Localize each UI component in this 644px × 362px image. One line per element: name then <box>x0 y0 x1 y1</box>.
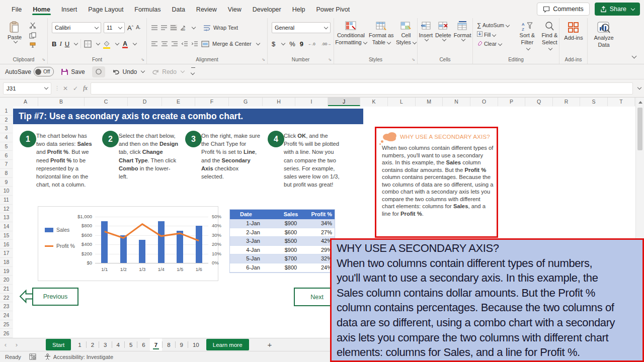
menu-home[interactable]: Home <box>27 1 56 18</box>
row-header-19[interactable]: 19 <box>0 267 13 276</box>
paste-button[interactable]: Paste <box>5 21 25 43</box>
sheet-tab-7[interactable]: 7 <box>150 338 162 351</box>
add-ins-button[interactable]: Add-ins <box>563 22 584 41</box>
font-size-select[interactable]: 11 <box>104 22 125 33</box>
decrease-decimal-icon[interactable]: .00→ <box>321 41 331 47</box>
row-header-22[interactable]: 22 <box>0 294 13 303</box>
column-header-S[interactable]: S <box>580 98 608 106</box>
delete-cells-button[interactable]: Delete <box>435 21 451 41</box>
styles-dialog-launcher-icon[interactable]: ⇘ <box>412 58 415 62</box>
table-cell[interactable]: $800 <box>276 263 305 272</box>
table-cell[interactable]: 4-Jan <box>230 246 276 254</box>
wrap-text-label[interactable]: Wrap Text <box>213 25 238 31</box>
scrollbar-thumb[interactable] <box>637 108 642 150</box>
sheet-tab-10[interactable]: 10 <box>188 338 204 351</box>
table-cell[interactable]: $500 <box>276 237 305 245</box>
menu-data[interactable]: Data <box>166 1 190 18</box>
number-dialog-launcher-icon[interactable]: ⇘ <box>328 58 332 62</box>
menu-formulas[interactable]: Formulas <box>129 1 166 18</box>
undo-button[interactable]: Undo <box>112 68 145 75</box>
underline-button[interactable]: U <box>65 40 69 48</box>
percent-format-icon[interactable]: % <box>289 40 295 48</box>
column-header-P[interactable]: P <box>498 98 525 106</box>
row-header-23[interactable]: 23 <box>0 302 13 311</box>
menu-view[interactable]: View <box>222 1 247 18</box>
merge-center-icon[interactable] <box>201 41 209 47</box>
column-header-E[interactable]: E <box>162 98 195 106</box>
row-header-18[interactable]: 18 <box>0 258 13 267</box>
row-header-20[interactable]: 20 <box>0 276 13 285</box>
cut-icon[interactable] <box>29 22 37 29</box>
menu-page-layout[interactable]: Page Layout <box>83 1 129 18</box>
borders-icon[interactable] <box>84 40 92 48</box>
decrease-font-size-icon[interactable]: Aˇ <box>136 24 141 31</box>
sheet-tab-4[interactable]: 4 <box>112 338 124 351</box>
macro-record-icon[interactable] <box>29 353 36 360</box>
cancel-icon[interactable]: ✕ <box>63 85 68 92</box>
row-header-5[interactable]: 5 <box>0 142 13 151</box>
italic-button[interactable]: I <box>59 40 61 48</box>
formula-input[interactable] <box>91 82 633 95</box>
sheet-tab-learn-more[interactable]: Learn more <box>206 339 249 350</box>
row-header-11[interactable]: 11 <box>0 196 13 205</box>
table-cell[interactable]: $600 <box>276 228 305 237</box>
row-header-3[interactable]: 3 <box>0 124 13 133</box>
sheet-tab-start[interactable]: Start <box>46 339 71 350</box>
number-format-select[interactable]: General <box>272 22 331 33</box>
column-header-T[interactable]: T <box>608 98 635 106</box>
align-left-icon[interactable] <box>151 41 158 47</box>
loop-button[interactable] <box>92 66 105 77</box>
row-header-10[interactable]: 10 <box>0 187 13 196</box>
align-center-icon[interactable] <box>161 41 168 47</box>
row-header-17[interactable]: 17 <box>0 249 13 258</box>
qat-overflow-icon[interactable] <box>191 67 195 76</box>
sheet-nav-right-icon[interactable]: › <box>11 341 22 348</box>
merge-center-label[interactable]: Merge & Center <box>212 41 252 47</box>
row-header-1[interactable]: 1 <box>0 107 13 116</box>
column-header-K[interactable]: K <box>360 98 388 106</box>
column-header-H[interactable]: H <box>263 98 295 106</box>
row-header-8[interactable]: 8 <box>0 169 13 178</box>
column-header-R[interactable]: R <box>553 98 580 106</box>
row-header-21[interactable]: 21 <box>0 285 13 294</box>
font-name-select[interactable]: Calibri <box>52 22 101 33</box>
analyze-data-button[interactable]: Analyze Data <box>591 22 617 48</box>
column-header-L[interactable]: L <box>388 98 416 106</box>
align-bottom-icon[interactable] <box>170 25 177 31</box>
align-right-icon[interactable] <box>171 41 178 47</box>
row-header-4[interactable]: 4 <box>0 133 13 142</box>
row-header-7[interactable]: 7 <box>0 160 13 169</box>
wrap-text-icon[interactable] <box>203 25 211 31</box>
table-cell[interactable]: $900 <box>276 246 305 254</box>
sort-filter-button[interactable]: AZ Sort & Filter <box>519 21 535 51</box>
format-as-table-button[interactable]: Format as Table <box>369 21 394 45</box>
previous-button[interactable]: Previous <box>32 288 78 306</box>
enter-icon[interactable]: ✓ <box>73 85 78 92</box>
increase-decimal-icon[interactable]: ←.0 <box>308 41 317 47</box>
row-header-13[interactable]: 13 <box>0 213 13 222</box>
menu-file[interactable]: File <box>6 1 27 18</box>
row-header-6[interactable]: 6 <box>0 151 13 160</box>
comments-button[interactable]: Comments <box>537 3 589 16</box>
cell-styles-button[interactable]: Cell Styles <box>396 21 416 45</box>
table-cell[interactable]: 34% <box>305 219 335 228</box>
row-header-2[interactable]: 2 <box>0 116 13 125</box>
sheet-tab-1[interactable]: 1 <box>73 338 86 351</box>
column-header-J[interactable]: J <box>328 98 360 106</box>
find-select-button[interactable]: Find & Select <box>540 21 559 51</box>
table-cell[interactable]: 3-Jan <box>230 237 276 245</box>
comma-format-icon[interactable]: 9 <box>300 40 303 48</box>
font-dialog-launcher-icon[interactable]: ⇘ <box>141 58 144 62</box>
row-header-16[interactable]: 16 <box>0 240 13 249</box>
sheet-tab-5[interactable]: 5 <box>125 338 137 351</box>
table-cell[interactable]: 27% <box>305 228 335 237</box>
column-header-N[interactable]: N <box>443 98 470 106</box>
sheet-tab-9[interactable]: 9 <box>176 338 188 351</box>
increase-indent-icon[interactable] <box>191 41 198 47</box>
table-cell[interactable]: 5-Jan <box>230 254 276 263</box>
menu-insert[interactable]: Insert <box>56 1 83 18</box>
row-header-12[interactable]: 12 <box>0 205 13 214</box>
ribbon-collapse-icon[interactable] <box>632 54 637 59</box>
sheet-tab-3[interactable]: 3 <box>99 338 111 351</box>
row-header-14[interactable]: 14 <box>0 222 13 231</box>
